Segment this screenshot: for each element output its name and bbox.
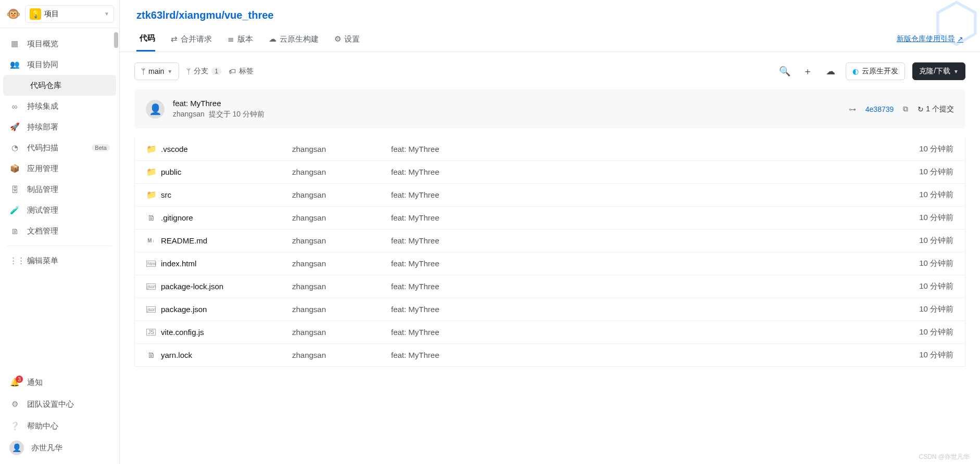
file-name-cell[interactable]: 📁public: [146, 167, 292, 177]
content: ᛘ main ▼ ᛘ 分支 1 🏷 标签 🔍 ＋ ☁ ◐ 云原生开发 克隆: [120, 52, 980, 377]
file-author[interactable]: zhangsan: [292, 351, 391, 359]
file-row[interactable]: jsonpackage-lock.json zhangsan feat: MyT…: [135, 275, 965, 298]
file-name-cell[interactable]: htmlindex.html: [146, 259, 292, 268]
upload-button[interactable]: ☁: [823, 63, 838, 79]
avatar-icon: 👤: [9, 441, 24, 455]
file-row[interactable]: 📁public zhangsan feat: MyThree 10 分钟前: [135, 160, 965, 183]
sidebar-item[interactable]: 📦 应用管理: [0, 158, 119, 179]
branches-link[interactable]: ᛘ 分支 1: [186, 67, 221, 76]
clone-download-button[interactable]: 克隆/下载 ▼: [912, 62, 965, 80]
file-time: 10 分钟前: [919, 259, 953, 268]
repo-tab[interactable]: ⚙设置: [334, 27, 360, 51]
breadcrumb-repo[interactable]: vue_three: [224, 9, 274, 21]
sidebar-item[interactable]: ▦ 项目概览: [0, 33, 119, 54]
file-author[interactable]: zhangsan: [292, 282, 391, 291]
file-commit-msg[interactable]: feat: MyThree: [391, 305, 919, 314]
sidebar-item[interactable]: 🗎 文档管理: [0, 221, 119, 241]
file-author[interactable]: zhangsan: [292, 236, 391, 245]
decorative-hex-icon: [933, 0, 980, 47]
nav-label: 帮助中心: [27, 421, 58, 431]
cloud-dev-button[interactable]: ◐ 云原生开发: [846, 62, 905, 80]
branch-icon: ᛘ: [186, 67, 191, 75]
search-icon: 🔍: [779, 66, 790, 77]
file-name: package-lock.json: [161, 282, 223, 291]
file-name-cell[interactable]: 🗎.gitignore: [146, 213, 292, 222]
tab-icon: ☁: [269, 34, 277, 44]
breadcrumb-owner[interactable]: ztk63lrd: [136, 9, 176, 21]
file-commit-msg[interactable]: feat: MyThree: [391, 167, 919, 176]
sidebar-item-user[interactable]: 👤 亦世凡华: [0, 437, 119, 459]
search-button[interactable]: 🔍: [777, 63, 793, 79]
sidebar-item-edit-menu[interactable]: ⋮⋮⋮编辑菜单: [0, 250, 119, 271]
file-row[interactable]: htmlindex.html zhangsan feat: MyThree 10…: [135, 252, 965, 275]
sidebar-item-help[interactable]: ❔ 帮助中心: [0, 415, 119, 437]
file-commit-msg[interactable]: feat: MyThree: [391, 259, 919, 268]
file-commit-msg[interactable]: feat: MyThree: [391, 190, 919, 199]
sidebar-item-notify[interactable]: 🔔 通知: [0, 371, 119, 393]
scrollbar-thumb[interactable]: [114, 32, 118, 48]
file-author[interactable]: zhangsan: [292, 145, 391, 153]
sidebar-item[interactable]: ◔ 代码扫描Beta: [0, 137, 119, 158]
sidebar-item[interactable]: 🗄 制品管理: [0, 179, 119, 200]
file-name-cell[interactable]: 📁src: [146, 190, 292, 200]
file-author[interactable]: zhangsan: [292, 305, 391, 314]
sidebar-item[interactable]: 🧪 测试管理: [0, 200, 119, 221]
file-name-cell[interactable]: jsonpackage.json: [146, 305, 292, 314]
file-name-cell[interactable]: 📁.vscode: [146, 144, 292, 154]
branch-selector[interactable]: ᛘ main ▼: [134, 62, 179, 80]
file-author[interactable]: zhangsan: [292, 213, 391, 222]
json-icon: json: [146, 306, 156, 313]
file-author[interactable]: zhangsan: [292, 259, 391, 268]
history-icon: ↻: [918, 105, 924, 113]
file-row[interactable]: 📁.vscode zhangsan feat: MyThree 10 分钟前: [135, 138, 965, 160]
nav-label: 项目协同: [27, 60, 58, 70]
file-author[interactable]: zhangsan: [292, 190, 391, 199]
project-selector[interactable]: 💡 项目 ▼: [25, 5, 114, 23]
sidebar-item[interactable]: 👥 项目协同: [0, 54, 119, 75]
tags-link[interactable]: 🏷 标签: [229, 67, 254, 76]
file-name-cell[interactable]: M↓README.md: [146, 236, 292, 245]
tag-icon: 🏷: [229, 67, 236, 75]
commit-author[interactable]: zhangsan: [173, 110, 205, 118]
file-name-cell[interactable]: jsonpackage-lock.json: [146, 282, 292, 291]
app-logo[interactable]: 🐵: [5, 6, 21, 22]
file-row[interactable]: M↓README.md zhangsan feat: MyThree 10 分钟…: [135, 229, 965, 252]
commit-hash[interactable]: 4e38739: [865, 105, 894, 113]
file-commit-msg[interactable]: feat: MyThree: [391, 351, 919, 359]
chevron-down-icon: ▼: [104, 11, 109, 17]
gear-icon: ⚙: [9, 399, 20, 409]
file-row[interactable]: 🗎yarn.lock zhangsan feat: MyThree 10 分钟前: [135, 343, 965, 366]
sidebar-item[interactable]: 🚀 持续部署: [0, 117, 119, 137]
file-row[interactable]: JSvite.config.js zhangsan feat: MyThree …: [135, 320, 965, 343]
file-name-cell[interactable]: JSvite.config.js: [146, 328, 292, 337]
repo-tab[interactable]: ≣版本: [228, 27, 253, 51]
breadcrumb-group[interactable]: xiangmu: [179, 9, 221, 21]
file-time: 10 分钟前: [919, 144, 953, 154]
nav-icon: ◔: [9, 143, 20, 152]
file-row[interactable]: jsonpackage.json zhangsan feat: MyThree …: [135, 298, 965, 320]
file-author[interactable]: zhangsan: [292, 328, 391, 337]
file-commit-msg[interactable]: feat: MyThree: [391, 213, 919, 222]
nav-label: 应用管理: [27, 164, 58, 174]
repo-tab[interactable]: ☁云原生构建: [269, 27, 319, 51]
commit-title[interactable]: feat: MyThree: [173, 99, 840, 108]
file-row[interactable]: 📁src zhangsan feat: MyThree 10 分钟前: [135, 183, 965, 206]
nav-label: 制品管理: [27, 185, 58, 195]
file-author[interactable]: zhangsan: [292, 167, 391, 176]
file-commit-msg[interactable]: feat: MyThree: [391, 282, 919, 291]
history-link[interactable]: ↻ 1 个提交: [918, 105, 954, 114]
file-commit-msg[interactable]: feat: MyThree: [391, 328, 919, 337]
copy-hash-button[interactable]: ⧉: [903, 105, 908, 113]
folder-icon: 📁: [146, 167, 156, 177]
file-row[interactable]: 🗎.gitignore zhangsan feat: MyThree 10 分钟…: [135, 206, 965, 229]
add-button[interactable]: ＋: [800, 63, 815, 79]
sidebar-item[interactable]: ∞ 持续集成: [0, 96, 119, 117]
file-name-cell[interactable]: 🗎yarn.lock: [146, 351, 292, 359]
repo-tab[interactable]: 代码: [136, 27, 155, 51]
sidebar-item[interactable]: 代码仓库: [3, 75, 116, 96]
file-commit-msg[interactable]: feat: MyThree: [391, 236, 919, 245]
file-commit-msg[interactable]: feat: MyThree: [391, 145, 919, 153]
repo-tab[interactable]: ⇄合并请求: [171, 27, 212, 51]
file-name: yarn.lock: [161, 351, 192, 359]
sidebar-item-team-settings[interactable]: ⚙ 团队设置中心: [0, 393, 119, 415]
